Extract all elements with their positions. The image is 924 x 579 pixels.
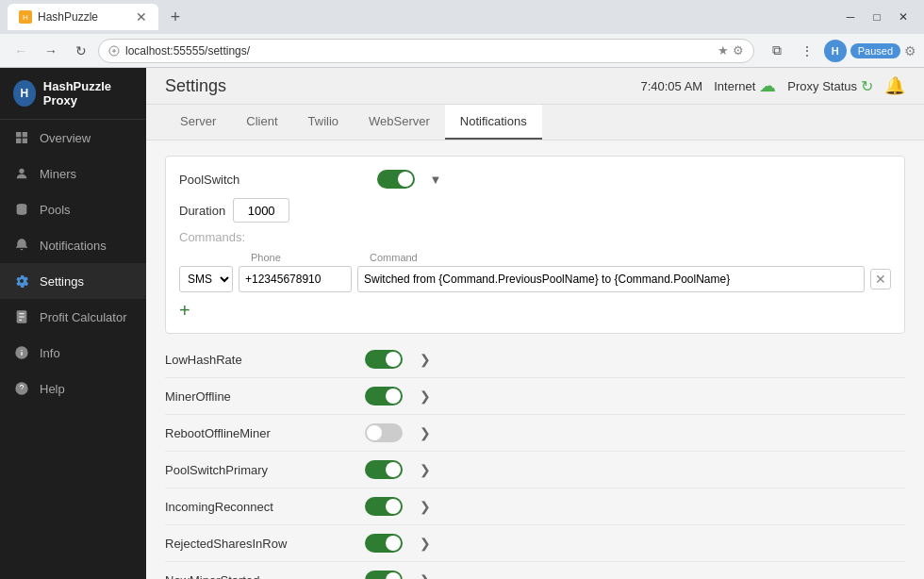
window-maximize-btn[interactable]: □ [864, 8, 890, 26]
back-button[interactable]: ← [8, 38, 34, 64]
sidebar-item-miners[interactable]: Miners [0, 156, 146, 191]
profit-calculator-icon [13, 308, 30, 325]
logo-icon: H [13, 80, 36, 107]
cloud-icon: ☁ [759, 75, 776, 96]
sidebar-label-notifications: Notifications [40, 239, 107, 253]
notification-rows-list: LowHashRate ❯ MinerOffline ❯ [165, 341, 905, 579]
incoming-reconnect-toggle[interactable] [365, 497, 403, 516]
reboot-offline-miner-expand[interactable]: ❯ [414, 422, 437, 444]
sms-phone-input[interactable] [239, 266, 352, 292]
url-text: localhost:55555/settings/ [125, 44, 250, 58]
row-incoming-reconnect: IncomingReconnect ❯ [165, 488, 905, 525]
proxy-refresh-icon[interactable]: ↻ [861, 77, 873, 95]
new-tab-button[interactable]: + [162, 4, 189, 30]
miner-offline-label: MinerOffline [165, 389, 354, 404]
lock-icon [108, 45, 120, 57]
low-hash-rate-toggle[interactable] [365, 350, 403, 369]
tab-client[interactable]: Client [231, 105, 292, 140]
pool-switch-label: PoolSwitch [179, 173, 368, 187]
low-hash-rate-expand[interactable]: ❯ [414, 348, 437, 371]
logo-text: HashPuzzle Proxy [43, 79, 133, 108]
forward-button[interactable]: → [38, 38, 64, 64]
internet-label: Internet [714, 79, 755, 93]
sms-delete-button[interactable]: ✕ [870, 269, 891, 290]
pool-switch-section: PoolSwitch ▼ Duration Commands: Phone [165, 156, 905, 334]
sidebar-item-profit-calculator[interactable]: Profit Calculator [0, 299, 146, 335]
miner-offline-toggle[interactable] [365, 387, 403, 405]
pool-switch-header: PoolSwitch ▼ [179, 168, 891, 190]
menu-btn[interactable]: ⋮ [794, 38, 820, 64]
incoming-reconnect-expand[interactable]: ❯ [414, 495, 437, 518]
sidebar-item-pools[interactable]: Pools [0, 191, 146, 227]
sidebar-item-settings[interactable]: Settings [0, 263, 146, 299]
sidebar-item-info[interactable]: Info [0, 335, 146, 371]
proxy-label: Proxy Status [787, 79, 857, 93]
sidebar-label-help: Help [40, 382, 65, 396]
add-sms-button[interactable]: + [179, 300, 190, 322]
settings-icon [13, 273, 30, 290]
new-miner-started-expand[interactable]: ❯ [414, 569, 437, 579]
address-bar[interactable]: localhost:55555/settings/ ★ ⚙ [98, 39, 754, 63]
sms-command-input[interactable] [357, 266, 865, 292]
address-bar-icons: ★ ⚙ [718, 43, 744, 58]
reboot-offline-miner-label: RebootOfflineMiner [165, 426, 354, 440]
internet-status: Internet ☁ [714, 75, 776, 96]
page-header: Settings 7:40:05 AM Internet ☁ Proxy Sta… [146, 68, 924, 105]
reload-button[interactable]: ↻ [68, 38, 94, 64]
sms-type-select[interactable]: SMS [179, 266, 233, 292]
window-close-btn[interactable]: ✕ [890, 8, 916, 26]
profile-button[interactable]: H [824, 40, 847, 62]
svg-rect-4 [23, 139, 27, 143]
svg-rect-1 [16, 132, 21, 137]
collapse-button[interactable]: ▼ [424, 168, 447, 190]
rejected-shares-in-row-label: RejectedSharesInRow [165, 537, 354, 551]
pool-switch-primary-toggle[interactable] [365, 460, 403, 479]
row-low-hash-rate: LowHashRate ❯ [165, 341, 905, 378]
notifications-icon [13, 237, 30, 254]
tab-twilio[interactable]: Twilio [293, 105, 355, 140]
rejected-shares-in-row-expand[interactable]: ❯ [414, 532, 437, 554]
bell-icon[interactable]: 🔔 [884, 75, 905, 96]
tab-notifications[interactable]: Notifications [445, 105, 542, 140]
duration-label: Duration [179, 204, 225, 218]
svg-rect-3 [16, 139, 21, 143]
pool-switch-primary-expand[interactable]: ❯ [414, 458, 437, 481]
header-time: 7:40:05 AM [640, 79, 702, 93]
miner-offline-expand[interactable]: ❯ [414, 385, 437, 407]
svg-point-5 [19, 169, 24, 174]
settings-tabs: Server Client Twilio WebServer Notificat… [146, 105, 924, 141]
new-miner-started-toggle[interactable] [365, 571, 403, 579]
info-icon [13, 344, 30, 361]
sidebar-label-overview: Overview [40, 131, 91, 145]
commands-label: Commands: [179, 230, 891, 244]
tab-webserver[interactable]: WebServer [354, 105, 445, 140]
pool-switch-primary-label: PoolSwitchPrimary [165, 463, 354, 477]
extensions-btn[interactable]: ⧉ [764, 38, 790, 64]
sidebar-label-info: Info [40, 346, 60, 360]
reboot-offline-miner-toggle[interactable] [365, 423, 403, 442]
phone-col-header: Phone [251, 252, 364, 263]
sidebar-label-pools: Pools [40, 203, 71, 217]
browser-settings-icon[interactable]: ⚙ [904, 43, 916, 58]
page-title: Settings [165, 76, 226, 96]
row-miner-offline: MinerOffline ❯ [165, 378, 905, 415]
toggle-slider [365, 460, 403, 479]
sidebar-item-notifications[interactable]: Notifications [0, 227, 146, 263]
window-minimize-btn[interactable]: ─ [837, 8, 864, 26]
sms-row: SMS ✕ [179, 266, 891, 292]
sidebar-item-help[interactable]: Help [0, 371, 146, 406]
tab-close-btn[interactable]: ✕ [136, 9, 147, 25]
main-content: Settings 7:40:05 AM Internet ☁ Proxy Sta… [146, 68, 924, 579]
browser-tab[interactable]: H HashPuzzle ✕ [8, 4, 158, 30]
row-reboot-offline-miner: RebootOfflineMiner ❯ [165, 415, 905, 452]
pools-icon [13, 201, 30, 218]
duration-input[interactable] [233, 198, 289, 223]
proxy-status: Proxy Status ↻ [787, 77, 873, 95]
sidebar: H HashPuzzle Proxy Overview Miners Pools [0, 68, 146, 579]
pool-switch-toggle[interactable] [377, 170, 415, 189]
tab-server[interactable]: Server [165, 105, 231, 140]
sidebar-item-overview[interactable]: Overview [0, 120, 146, 156]
rejected-shares-in-row-toggle[interactable] [365, 534, 403, 553]
miners-icon [13, 165, 30, 182]
incoming-reconnect-label: IncomingReconnect [165, 500, 354, 514]
